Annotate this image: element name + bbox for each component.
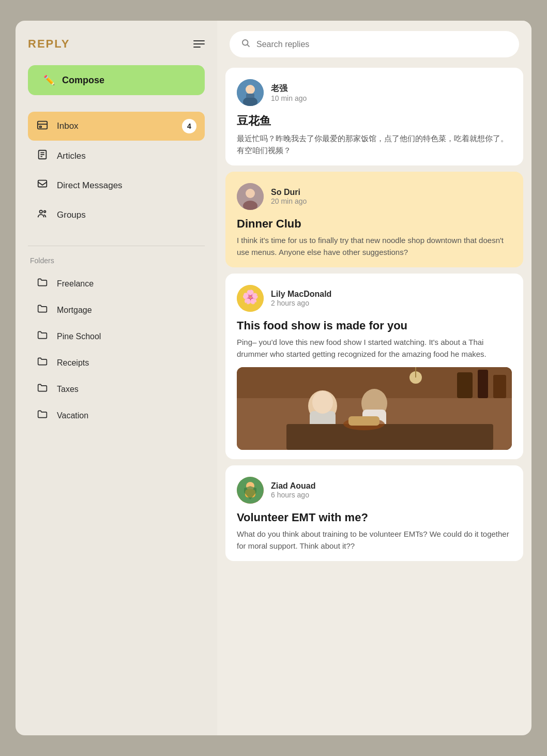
folder-vacation[interactable]: Vacation bbox=[28, 403, 205, 428]
folder-icon-mortgage bbox=[36, 304, 49, 316]
folder-receipts-label: Receipts bbox=[57, 358, 89, 368]
sidebar-item-direct-messages[interactable]: Direct Messages bbox=[28, 171, 205, 200]
message-card-3[interactable]: 🌸 Lily MacDonald 2 hours ago This food s… bbox=[225, 274, 523, 459]
compose-pencil-icon: ✏️ bbox=[43, 74, 55, 86]
svg-rect-23 bbox=[478, 370, 488, 398]
search-container bbox=[217, 21, 531, 68]
svg-rect-1 bbox=[40, 126, 42, 127]
message-header-3: 🌸 Lily MacDonald 2 hours ago bbox=[237, 285, 512, 312]
folder-icon-taxes bbox=[36, 383, 49, 396]
sender-name-3: Lily MacDonald bbox=[271, 290, 331, 299]
food-image bbox=[237, 367, 512, 450]
message-subject-2: Dinner Club bbox=[237, 217, 512, 231]
folder-icon-receipts bbox=[36, 356, 49, 369]
sender-info-3: Lily MacDonald 2 hours ago bbox=[271, 290, 331, 307]
svg-point-8 bbox=[44, 211, 46, 213]
message-subject-1: 豆花鱼 bbox=[237, 113, 512, 129]
message-header-2: So Duri 20 min ago bbox=[237, 183, 512, 210]
sidebar: REPLY ✏️ Compose Inbox bbox=[16, 21, 217, 735]
message-image-3 bbox=[237, 367, 512, 450]
message-header-1: 老强 10 min ago bbox=[237, 79, 512, 106]
folder-icon-vacation bbox=[36, 409, 49, 422]
svg-text:🌸: 🌸 bbox=[242, 289, 259, 305]
folder-mortgage[interactable]: Mortgage bbox=[28, 297, 205, 323]
message-preview-1: 最近忙吗？昨晚我去了你最爱的那家饭馆，点了他们的特色菜，吃着就想你了。有空咱们视… bbox=[237, 133, 512, 156]
svg-point-27 bbox=[312, 391, 333, 414]
message-preview-3: Ping– you'd love this new food show I st… bbox=[237, 337, 512, 360]
folder-receipts[interactable]: Receipts bbox=[28, 350, 205, 375]
inbox-badge: 4 bbox=[182, 119, 196, 133]
sidebar-item-articles[interactable]: Articles bbox=[28, 142, 205, 170]
dm-icon bbox=[36, 178, 49, 192]
sender-time-4: 6 hours ago bbox=[271, 491, 316, 499]
message-card-2[interactable]: So Duri 20 min ago Dinner Club I think i… bbox=[225, 172, 523, 267]
compose-label: Compose bbox=[62, 75, 104, 86]
svg-point-12 bbox=[246, 85, 255, 94]
sidebar-header: REPLY bbox=[28, 37, 205, 51]
sender-name-4: Ziad Aouad bbox=[271, 481, 316, 491]
folder-pine-school-label: Pine School bbox=[57, 332, 101, 341]
folder-pine-school[interactable]: Pine School bbox=[28, 324, 205, 349]
message-subject-3: This food show is made for you bbox=[237, 319, 512, 332]
sender-name-1: 老强 bbox=[271, 83, 307, 94]
svg-rect-22 bbox=[457, 372, 473, 398]
svg-rect-0 bbox=[38, 121, 47, 129]
groups-label: Groups bbox=[57, 210, 86, 220]
sender-info-4: Ziad Aouad 6 hours ago bbox=[271, 481, 316, 499]
inbox-icon bbox=[36, 119, 49, 133]
menu-icon[interactable] bbox=[193, 40, 205, 48]
folder-taxes[interactable]: Taxes bbox=[28, 376, 205, 402]
message-card-1[interactable]: 老强 10 min ago 豆花鱼 最近忙吗？昨晚我去了你最爱的那家饭馆，点了他… bbox=[225, 68, 523, 165]
svg-rect-30 bbox=[286, 424, 493, 450]
message-subject-4: Volunteer EMT with me? bbox=[237, 511, 512, 524]
sender-time-3: 2 hours ago bbox=[271, 299, 331, 307]
search-icon bbox=[241, 38, 250, 50]
folder-mortgage-label: Mortgage bbox=[57, 306, 92, 315]
sender-info-2: So Duri 20 min ago bbox=[271, 188, 307, 205]
folder-taxes-label: Taxes bbox=[57, 385, 79, 394]
groups-icon bbox=[36, 208, 49, 222]
sidebar-item-inbox[interactable]: Inbox 4 bbox=[28, 112, 205, 141]
sender-info-1: 老强 10 min ago bbox=[271, 83, 307, 102]
message-preview-2: I think it's time for us to finally try … bbox=[237, 235, 512, 258]
folder-icon-freelance bbox=[36, 277, 49, 290]
svg-rect-14 bbox=[246, 94, 254, 98]
search-input[interactable] bbox=[256, 40, 508, 49]
dm-label: Direct Messages bbox=[57, 180, 123, 191]
folder-freelance[interactable]: Freelance bbox=[28, 271, 205, 296]
avatar-ziad bbox=[237, 477, 264, 504]
inbox-label: Inbox bbox=[57, 121, 79, 131]
svg-line-10 bbox=[247, 44, 249, 47]
folder-icon-pine-school bbox=[36, 330, 49, 343]
folder-list: Freelance Mortgage Pine School bbox=[28, 271, 205, 428]
main-content: 老强 10 min ago 豆花鱼 最近忙吗？昨晚我去了你最爱的那家饭馆，点了他… bbox=[217, 21, 531, 735]
sender-name-2: So Duri bbox=[271, 188, 307, 197]
svg-point-7 bbox=[40, 210, 43, 214]
svg-point-16 bbox=[246, 189, 255, 198]
avatar-soduri bbox=[237, 183, 264, 210]
avatar-lily: 🌸 bbox=[237, 285, 264, 312]
svg-rect-32 bbox=[348, 416, 379, 426]
folders-section-label: Folders bbox=[28, 256, 205, 265]
nav-items: Inbox 4 Articles bbox=[28, 112, 205, 229]
messages-list: 老强 10 min ago 豆花鱼 最近忙吗？昨晚我去了你最爱的那家饭馆，点了他… bbox=[217, 68, 531, 735]
avatar-laoqiang bbox=[237, 79, 264, 106]
folder-vacation-label: Vacation bbox=[57, 411, 88, 420]
compose-button[interactable]: ✏️ Compose bbox=[28, 65, 205, 95]
sender-time-1: 10 min ago bbox=[271, 94, 307, 102]
svg-rect-24 bbox=[493, 375, 506, 398]
svg-point-9 bbox=[242, 40, 248, 46]
sender-time-2: 20 min ago bbox=[271, 197, 307, 205]
message-card-4[interactable]: Ziad Aouad 6 hours ago Volunteer EMT wit… bbox=[225, 465, 523, 561]
message-preview-4: What do you think about training to be v… bbox=[237, 528, 512, 552]
articles-icon bbox=[36, 149, 49, 163]
articles-label: Articles bbox=[57, 151, 86, 161]
app-logo: REPLY bbox=[28, 37, 70, 51]
message-header-4: Ziad Aouad 6 hours ago bbox=[237, 477, 512, 504]
sidebar-item-groups[interactable]: Groups bbox=[28, 201, 205, 229]
nav-divider bbox=[28, 246, 205, 246]
folder-freelance-label: Freelance bbox=[57, 279, 94, 289]
search-bar bbox=[230, 31, 519, 57]
